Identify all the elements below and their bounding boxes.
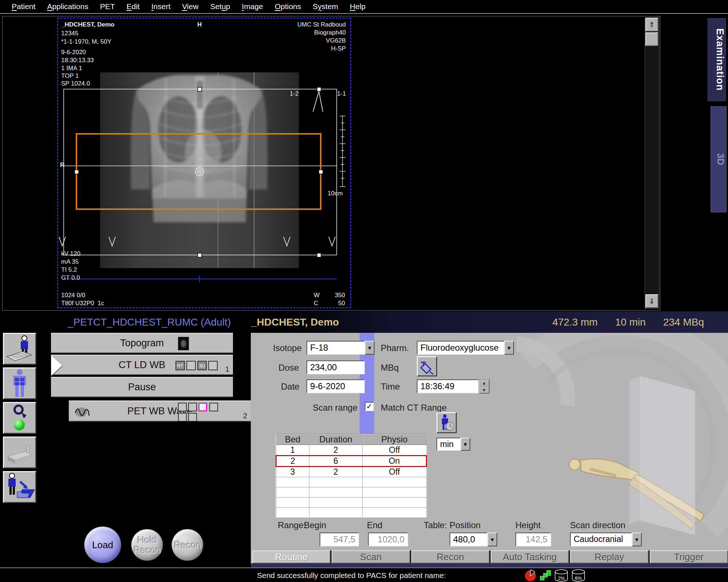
begin-input[interactable]: 547,5	[320, 533, 359, 546]
menu-view[interactable]: View	[176, 2, 204, 11]
tab-scan[interactable]: Scan	[332, 550, 410, 563]
topogram-viewport[interactable]: _HDCHEST, Demo H 12345 *1-1-1970, M, 50Y…	[57, 17, 351, 308]
patient-name-overlay: _HDCHEST, Demo	[61, 21, 114, 29]
bed-cell-empty[interactable]	[363, 508, 427, 518]
bed-header-bed: Bed	[276, 434, 309, 445]
menu-help[interactable]: Help	[344, 2, 371, 11]
bed-cell-empty[interactable]	[276, 487, 309, 498]
hold-recon-button[interactable]: Hold Recon	[131, 529, 163, 561]
scan-direction-select[interactable]: Caudocranial	[570, 533, 632, 546]
status-message: Send successfully completed to PACS for …	[257, 571, 446, 580]
ct-recon-badges[interactable]: RT3D	[175, 361, 218, 370]
tab-routine[interactable]: Routine	[252, 550, 331, 563]
bed-cell[interactable]: 2	[309, 445, 363, 456]
step-ct-ld-wb[interactable]: CT LD WB RT3D 1	[51, 355, 233, 375]
duration-unit-select[interactable]: min	[436, 438, 460, 451]
close-patient-button[interactable]	[3, 471, 36, 503]
bed-cell[interactable]: 3	[276, 467, 309, 477]
position-select[interactable]: 480,0	[450, 533, 487, 546]
wave-icon	[74, 405, 91, 419]
menu-setup[interactable]: Setup	[204, 2, 236, 11]
ti-value: TI 5.2	[61, 266, 77, 274]
time-spinner[interactable]: ▲▼	[479, 379, 490, 393]
scan-range-label: Scan range	[288, 403, 357, 413]
end-label: End	[367, 520, 383, 530]
bed-cell-empty[interactable]	[276, 477, 309, 487]
exam-status-button[interactable]	[3, 402, 36, 434]
bed-cell-empty[interactable]	[363, 498, 427, 508]
bed-cell-empty[interactable]	[363, 487, 427, 498]
tab-examination[interactable]: Examination	[708, 18, 726, 101]
bed-cell[interactable]: 1	[276, 445, 309, 456]
bed-row-empty[interactable]	[276, 477, 427, 487]
ct-badge-3[interactable]	[208, 361, 218, 370]
bed-row-empty[interactable]	[276, 487, 427, 498]
injection-button[interactable]	[417, 356, 437, 376]
bed-cell[interactable]: On	[363, 456, 427, 467]
scroll-down-button[interactable]: ⇓	[645, 294, 658, 308]
menu-patient[interactable]: Patient	[6, 2, 41, 11]
tab-recon[interactable]: Recon	[411, 550, 490, 563]
bed-row-2[interactable]: 26On	[276, 456, 427, 467]
ct-badge-0[interactable]: RT	[175, 361, 185, 370]
recon-button[interactable]: Recon	[172, 529, 203, 561]
dose-input[interactable]: 234,00	[306, 360, 365, 374]
bed-cell-empty[interactable]	[363, 477, 427, 487]
bed-duration-table[interactable]: BedDurationPhysio12Off26On32Off	[276, 434, 427, 518]
bed-cell-empty[interactable]	[309, 508, 363, 518]
bed-cell[interactable]: Off	[363, 467, 427, 477]
patient-model-button[interactable]	[3, 367, 36, 399]
step-pet-wb-wave[interactable]: PET WB Wave 2	[69, 400, 251, 422]
bed-cell-empty[interactable]	[309, 498, 363, 508]
menu-system[interactable]: System	[307, 2, 344, 11]
scroll-up-button[interactable]: ⇑	[645, 18, 658, 32]
bed-cell[interactable]: 2	[309, 467, 363, 477]
scroll-thumb[interactable]	[645, 32, 658, 46]
bed-row-1[interactable]: 12Off	[276, 445, 427, 456]
date-input[interactable]: 9-6-2020	[306, 379, 365, 393]
bed-row-3[interactable]: 32Off	[276, 467, 427, 477]
ct-badge-2[interactable]: 3D	[197, 361, 207, 370]
bed-cell[interactable]: Off	[363, 445, 427, 456]
match-ct-checkbox[interactable]: ✓	[365, 402, 374, 411]
step-pause-label: Pause	[128, 382, 156, 393]
step-pause[interactable]: Pause	[51, 377, 233, 397]
range-label: Range:	[278, 520, 306, 530]
position-dropdown-arrow[interactable]: ▼	[487, 533, 497, 546]
register-patient-button[interactable]	[3, 333, 36, 365]
isotope-select[interactable]: F-18	[306, 341, 365, 355]
bed-cell-empty[interactable]	[276, 508, 309, 518]
menu-options[interactable]: Options	[269, 2, 307, 11]
table-position-button[interactable]	[3, 436, 36, 469]
bed-cell[interactable]: 2	[276, 456, 309, 467]
menu-image[interactable]: Image	[236, 2, 269, 11]
pharm-dropdown-arrow[interactable]: ▼	[504, 341, 514, 355]
bed-row-empty[interactable]	[276, 508, 427, 518]
load-button[interactable]: Load	[84, 527, 121, 563]
bed-row-empty[interactable]	[276, 498, 427, 508]
bed-cell-empty[interactable]	[309, 487, 363, 498]
menu-insert[interactable]: Insert	[146, 2, 177, 11]
end-input[interactable]: 1020,0	[368, 533, 408, 546]
time-input[interactable]: 18:36:49	[417, 379, 479, 393]
isotope-dropdown-arrow[interactable]: ▼	[365, 341, 375, 355]
bed-time-button[interactable]	[436, 412, 457, 433]
scan-direction-dropdown-arrow[interactable]: ▼	[632, 533, 642, 546]
bed-cell-empty[interactable]	[309, 477, 363, 487]
step-topogram[interactable]: Topogram	[51, 333, 233, 353]
height-input[interactable]: 142,5	[515, 533, 551, 546]
bed-cell-empty[interactable]	[276, 498, 309, 508]
menu-pet[interactable]: PET	[94, 2, 121, 11]
menu-edit[interactable]: Edit	[120, 2, 145, 11]
tab-auto-tasking[interactable]: Auto Tasking	[491, 550, 569, 563]
tab-trigger[interactable]: Trigger	[650, 550, 728, 563]
tab-replay[interactable]: Replay	[570, 550, 648, 563]
ct-badge-1[interactable]	[186, 361, 196, 370]
pet-badge-selected[interactable]	[198, 403, 207, 411]
viewer-scrollbar[interactable]: ⇑ ⇓	[645, 17, 659, 309]
bed-cell[interactable]: 6	[309, 456, 363, 467]
tab-3d[interactable]: 3D	[711, 106, 727, 212]
unit-dropdown-arrow[interactable]: ▼	[460, 438, 470, 451]
pharm-select[interactable]: Fluorodeoxyglucose	[417, 341, 504, 355]
menu-applications[interactable]: Applications	[41, 2, 94, 11]
